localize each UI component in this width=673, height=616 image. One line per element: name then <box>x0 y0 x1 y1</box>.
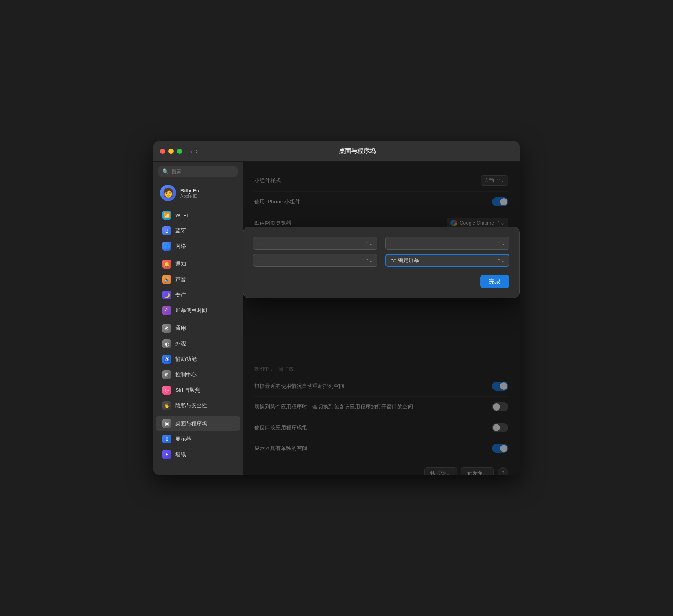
sidebar-item-general[interactable]: ⚙ 通用 <box>156 321 240 336</box>
popup-right-col: - ⌃⌄ ⌥ 锁定屏幕 ⌃⌄ <box>385 237 509 267</box>
nav-buttons: ‹ › <box>190 147 198 155</box>
sidebar-label-wallpaper: 墙纸 <box>175 451 186 458</box>
sidebar-item-privacy[interactable]: 🖐 隐私与安全性 <box>156 398 240 413</box>
sidebar-item-display[interactable]: 🖥 显示器 <box>156 432 240 446</box>
avatar: 🧑 <box>160 185 176 201</box>
main-content: 🔍 🧑 Billy Fu Apple ID 📶 Wi-Fi B 蓝牙 <box>153 162 520 475</box>
sidebar-label-notification: 通知 <box>175 260 186 268</box>
sidebar-label-wifi: Wi-Fi <box>175 212 188 218</box>
desktop-icon: ▣ <box>162 419 171 428</box>
search-box[interactable]: 🔍 <box>158 166 238 177</box>
sidebar-item-wifi[interactable]: 📶 Wi-Fi <box>156 208 240 223</box>
popup-bottom-right-select[interactable]: ⌥ 锁定屏幕 ⌃⌄ <box>385 254 509 267</box>
popup-bottom-left-select[interactable]: - ⌃⌄ <box>253 254 377 267</box>
user-name: Billy Fu <box>180 188 199 194</box>
sidebar-label-bluetooth: 蓝牙 <box>175 227 186 234</box>
general-icon: ⚙ <box>162 324 171 333</box>
sidebar-label-privacy: 隐私与安全性 <box>175 402 207 409</box>
popup-overlay: - ⌃⌄ - ⌃⌄ <box>243 162 520 475</box>
maximize-button[interactable] <box>177 149 182 154</box>
sidebar-item-bluetooth[interactable]: B 蓝牙 <box>156 223 240 238</box>
focus-icon: 🌙 <box>162 291 171 299</box>
main-window: ‹ › 桌面与程序坞 🔍 🧑 Billy Fu Apple ID 📶 <box>153 141 520 475</box>
popup-bottom-left-value: - <box>258 258 259 264</box>
user-subtitle: Apple ID <box>180 194 199 199</box>
done-button[interactable]: 完成 <box>480 275 509 288</box>
back-button[interactable]: ‹ <box>190 147 193 155</box>
screen-time-icon: ⏱ <box>162 306 171 315</box>
sidebar-item-control-center[interactable]: ⊞ 控制中心 <box>156 367 240 382</box>
sidebar-label-network: 网络 <box>175 242 186 250</box>
notification-icon: 🔔 <box>162 260 171 269</box>
sidebar-item-sound[interactable]: 🔊 声音 <box>156 272 240 287</box>
sidebar-label-siri: Siri 与聚焦 <box>175 387 200 394</box>
popup-dialog: - ⌃⌄ - ⌃⌄ <box>243 227 520 298</box>
popup-left-col: - ⌃⌄ - ⌃⌄ <box>253 237 377 267</box>
external-icon: ◐ <box>162 339 171 348</box>
sidebar-item-siri[interactable]: ◎ Siri 与聚焦 <box>156 383 240 398</box>
sidebar-label-sound: 声音 <box>175 276 186 283</box>
popup-top-right-chevron: ⌃⌄ <box>498 241 505 246</box>
window-title: 桌面与程序坞 <box>201 147 513 155</box>
popup-bottom-right-value: ⌥ 锁定屏幕 <box>390 257 419 264</box>
sidebar-label-focus: 专注 <box>175 291 186 299</box>
popup-top-left-select[interactable]: - ⌃⌄ <box>253 237 377 250</box>
close-button[interactable] <box>160 149 165 154</box>
popup-grid: - ⌃⌄ - ⌃⌄ <box>253 237 509 267</box>
siri-icon: ◎ <box>162 386 171 395</box>
sidebar-item-focus[interactable]: 🌙 专注 <box>156 288 240 302</box>
control-center-icon: ⊞ <box>162 370 171 379</box>
sidebar-item-desktop[interactable]: ▣ 桌面与程序坞 <box>156 416 240 431</box>
sidebar-label-display: 显示器 <box>175 435 191 443</box>
popup-top-left-chevron: ⌃⌄ <box>365 241 373 246</box>
sidebar-item-external[interactable]: ◐ 外观 <box>156 336 240 351</box>
user-profile[interactable]: 🧑 Billy Fu Apple ID <box>153 181 243 204</box>
sidebar-label-accessibility: 辅助功能 <box>175 356 197 363</box>
content-area: 小组件样式 自动 ⌃⌄ 使用 iPhone 小组件 默认网页浏览器 Google… <box>243 162 520 475</box>
sidebar-label-screen-time: 屏幕使用时间 <box>175 307 207 314</box>
popup-top-right-value: - <box>390 240 391 247</box>
sidebar-item-screen-time[interactable]: ⏱ 屏幕使用时间 <box>156 303 240 318</box>
wifi-icon: 📶 <box>162 211 171 220</box>
sidebar: 🔍 🧑 Billy Fu Apple ID 📶 Wi-Fi B 蓝牙 <box>153 162 243 475</box>
user-info: Billy Fu Apple ID <box>180 188 199 199</box>
sidebar-item-network[interactable]: 🌐 网络 <box>156 239 240 253</box>
popup-top-right-select[interactable]: - ⌃⌄ <box>385 237 509 250</box>
popup-bottom-right-chevron: ⌃⌄ <box>497 258 505 263</box>
sidebar-label-desktop: 桌面与程序坞 <box>175 420 207 427</box>
display-icon: 🖥 <box>162 435 171 443</box>
popup-done-area: 完成 <box>253 275 509 288</box>
sidebar-label-general: 通用 <box>175 325 186 332</box>
privacy-icon: 🖐 <box>162 401 171 410</box>
sidebar-label-external: 外观 <box>175 340 186 347</box>
wallpaper-icon: ✦ <box>162 450 171 459</box>
accessibility-icon: ♿ <box>162 355 171 364</box>
sidebar-item-wallpaper[interactable]: ✦ 墙纸 <box>156 447 240 462</box>
minimize-button[interactable] <box>168 149 174 154</box>
sidebar-item-accessibility[interactable]: ♿ 辅助功能 <box>156 352 240 367</box>
popup-bottom-left-chevron: ⌃⌄ <box>365 258 373 263</box>
sidebar-item-notification[interactable]: 🔔 通知 <box>156 257 240 271</box>
popup-top-left-value: - <box>258 240 259 247</box>
sidebar-label-control-center: 控制中心 <box>175 371 197 378</box>
search-input[interactable] <box>171 168 234 175</box>
bluetooth-icon: B <box>162 226 171 235</box>
forward-button[interactable]: › <box>195 147 198 155</box>
titlebar: ‹ › 桌面与程序坞 <box>153 141 520 162</box>
network-icon: 🌐 <box>162 242 171 251</box>
search-icon: 🔍 <box>162 168 169 175</box>
sound-icon: 🔊 <box>162 275 171 284</box>
